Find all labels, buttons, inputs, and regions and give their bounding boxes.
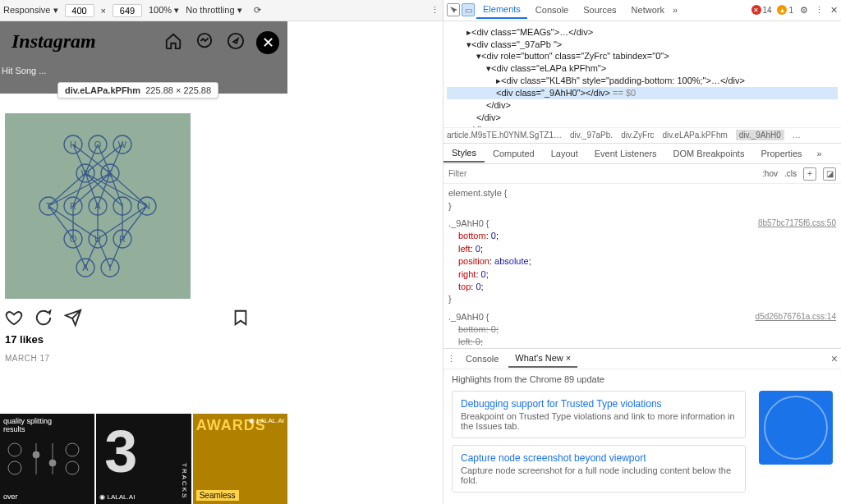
tab-elements[interactable]: Elements xyxy=(476,1,527,19)
devtools-menu-icon[interactable]: ⋮ xyxy=(815,5,824,16)
svg-text:R: R xyxy=(119,234,126,244)
svg-text:N: N xyxy=(144,201,150,211)
dom-node[interactable]: ▾<div class="_97aPb "> xyxy=(447,39,838,51)
tab-dom-breakpoints[interactable]: DOM Breakpoints xyxy=(665,145,753,162)
close-icon[interactable]: ✕ xyxy=(256,31,279,54)
tab-event-listeners[interactable]: Event Listeners xyxy=(586,145,665,162)
svg-point-37 xyxy=(49,460,56,466)
devtools-close-icon[interactable]: ✕ xyxy=(830,5,838,16)
card-title: Debugging support for Trusted Type viola… xyxy=(461,398,737,410)
device-toggle-icon[interactable]: ▭ xyxy=(462,3,475,16)
breadcrumb-item-active[interactable]: div._9AhH0 xyxy=(736,130,784,140)
style-rule[interactable]: d5d26b76761a.css:14 ._9AhH0 { bottom: 0;… xyxy=(448,311,836,348)
svg-text:I: I xyxy=(108,263,111,273)
rule-source-link[interactable]: 8b57bc7175f6.css:50 xyxy=(758,218,836,229)
likes-count[interactable]: 17 likes xyxy=(5,333,283,346)
breadcrumb-item[interactable]: article.M9sTE.h0YNM.SgTZ1… xyxy=(447,131,562,140)
dom-node-selected[interactable]: <div class="_9AhH0"></div> == $0 xyxy=(447,87,838,99)
style-rule[interactable]: element.style {} xyxy=(448,187,836,213)
rule-source-link[interactable]: d5d26b76761a.css:14 xyxy=(756,311,836,323)
tile-text: quality splitting xyxy=(3,417,91,425)
device-toolbar-more-icon[interactable]: ⋮ xyxy=(430,5,439,16)
throttling-select[interactable]: No throttling ▾ xyxy=(186,5,241,16)
svg-point-35 xyxy=(33,451,39,458)
toggle-common-rendering-icon[interactable]: ◪ xyxy=(823,167,836,181)
share-icon[interactable] xyxy=(64,309,82,327)
breadcrumb-item[interactable]: div.ZyFrc xyxy=(621,131,654,140)
dom-node[interactable]: </div> xyxy=(447,112,838,124)
breadcrumb-item[interactable]: div.eLAPa.kPFhm xyxy=(663,131,728,140)
styles-pane[interactable]: element.style {} 8b57bc7175f6.css:50 ._9… xyxy=(443,184,841,348)
tab-computed[interactable]: Computed xyxy=(485,145,543,162)
dom-node[interactable]: ▸<div class="MEAGs">…</div> xyxy=(447,26,838,39)
dom-node[interactable]: </div> xyxy=(447,99,838,112)
svg-point-39 xyxy=(66,461,79,474)
inspect-tooltip: div.eLAPa.kPFhm 225.88 × 225.88 xyxy=(57,82,218,99)
drawer-tab-whats-new[interactable]: What's New × xyxy=(508,350,577,368)
viewport-width-input[interactable] xyxy=(65,4,94,17)
viewport-height-input[interactable] xyxy=(113,4,142,17)
tab-properties[interactable]: Properties xyxy=(752,145,810,162)
device-toolbar: Responsive ▾ × 100% ▾ No throttling ▾ ⟳ … xyxy=(0,0,443,21)
svg-text:U: U xyxy=(94,234,101,244)
tooltip-selector: div.eLAPa.kPFhm xyxy=(65,85,140,95)
zoom-select[interactable]: 100% ▾ xyxy=(149,5,179,16)
whats-new-card[interactable]: Capture node screenshot beyond viewport … xyxy=(452,445,746,493)
dom-node[interactable]: ▸<div class="KL4Bh" style="padding-botto… xyxy=(447,75,838,87)
inspect-element-icon[interactable] xyxy=(447,3,460,16)
more-tabs-icon[interactable]: » xyxy=(673,5,678,15)
tab-console[interactable]: Console xyxy=(529,2,575,18)
tab-layout[interactable]: Layout xyxy=(543,145,586,162)
tab-sources[interactable]: Sources xyxy=(577,2,623,18)
dom-node[interactable]: ▾<div role="button" class="ZyFrc" tabind… xyxy=(447,50,838,62)
cls-toggle[interactable]: .cls xyxy=(784,169,797,178)
breadcrumb-item[interactable]: div._97aPb. xyxy=(570,131,613,140)
tab-close-icon[interactable]: × xyxy=(566,353,571,363)
styles-filter-input[interactable] xyxy=(448,169,762,178)
tile-text: over xyxy=(3,493,18,501)
tab-styles[interactable]: Styles xyxy=(443,144,485,163)
drawer-tab-console[interactable]: Console xyxy=(459,351,505,367)
drawer-close-icon[interactable]: × xyxy=(831,352,838,365)
grid-tile[interactable]: AWARDS ◉ LALAL.AI Seamless xyxy=(193,414,287,504)
settings-icon[interactable]: ⚙ xyxy=(800,5,808,16)
whats-new-hero-image xyxy=(759,391,833,465)
svg-text:R: R xyxy=(70,201,76,211)
card-description: Capture node screenshot for a full node … xyxy=(461,465,737,485)
svg-text:A: A xyxy=(94,201,101,211)
svg-text:O: O xyxy=(94,140,102,149)
svg-point-38 xyxy=(66,443,79,456)
svg-text:E: E xyxy=(107,168,113,178)
elements-breadcrumb[interactable]: article.M9sTE.h0YNM.SgTZ1… div._97aPb. d… xyxy=(443,127,841,144)
device-select[interactable]: Responsive ▾ xyxy=(3,5,58,16)
svg-text:W: W xyxy=(118,140,127,149)
styles-tab-bar: Styles Computed Layout Event Listeners D… xyxy=(443,144,841,165)
grid-tile[interactable]: 3 TRACKS ◉ LALAL.AI xyxy=(96,414,191,504)
tile-big-number: 3 xyxy=(104,422,137,481)
style-selector: ._9AhH0 { xyxy=(448,218,489,228)
drawer-tab-bar: ⋮ Console What's New × × xyxy=(443,348,841,369)
styles-more-icon[interactable]: » xyxy=(811,149,829,158)
error-count-badge[interactable]: ✕14 ▲1 xyxy=(751,5,793,15)
grid-tile[interactable]: quality splitting results over xyxy=(0,414,94,504)
breadcrumb-more[interactable]: … xyxy=(793,131,801,140)
tab-network[interactable]: Network xyxy=(625,2,671,18)
like-icon[interactable] xyxy=(5,309,23,327)
elements-dom-tree[interactable]: ▸<div class="MEAGs">…</div> ▾<div class=… xyxy=(443,21,841,127)
tile-text: TRACKS xyxy=(181,463,188,499)
tile-brand: ◉ LALAL.AI xyxy=(99,493,135,501)
svg-point-32 xyxy=(8,443,21,456)
post-image[interactable]: HOW WE TRAIN OUR AI xyxy=(5,113,191,299)
save-icon[interactable] xyxy=(232,309,250,327)
svg-text:H: H xyxy=(70,140,76,149)
rotate-icon[interactable]: ⟳ xyxy=(249,2,267,20)
hov-toggle[interactable]: :hov xyxy=(762,169,778,178)
post-date: MARCH 17 xyxy=(5,354,283,363)
styles-filter-row: :hov .cls + ◪ xyxy=(443,164,841,184)
dom-node[interactable]: ▾<div class="eLAPa kPFhm"> xyxy=(447,62,838,75)
whats-new-card[interactable]: Debugging support for Trusted Type viola… xyxy=(452,391,746,438)
style-rule[interactable]: 8b57bc7175f6.css:50 ._9AhH0 { bottom: 0;… xyxy=(448,218,836,306)
comment-icon[interactable] xyxy=(34,309,53,327)
drawer-menu-icon[interactable]: ⋮ xyxy=(447,354,456,364)
new-style-rule-icon[interactable]: + xyxy=(803,167,816,181)
